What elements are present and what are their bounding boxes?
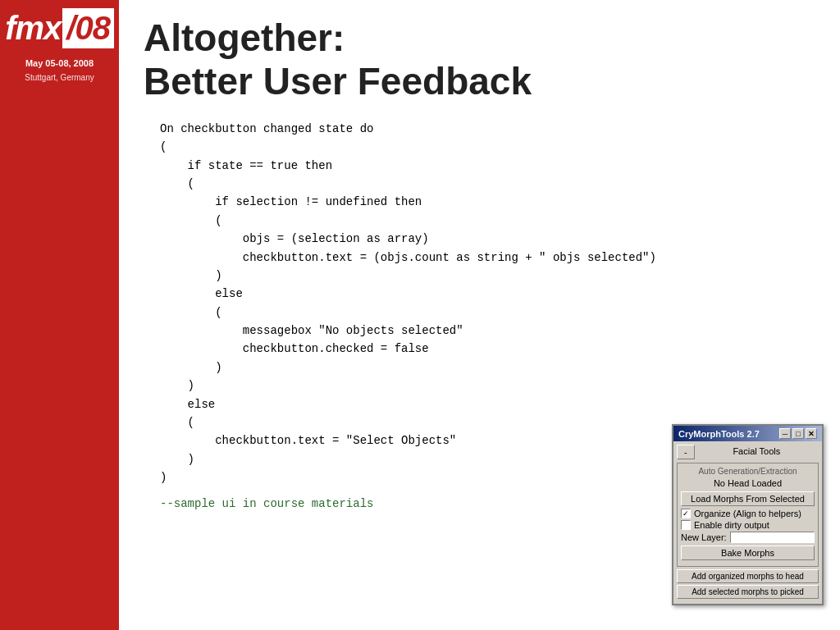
event-date: May 05-08, 2008 — [25, 58, 94, 68]
logo-year-box: /08 — [62, 8, 114, 48]
cry-menu-dash[interactable]: - — [677, 445, 695, 459]
logo-year-text: /08 — [66, 10, 110, 46]
organize-checkbox[interactable]: ✓ — [681, 509, 691, 518]
auto-gen-group: Auto Generation/Extraction No Head Loade… — [677, 463, 819, 567]
cry-morph-window: CryMorphTools 2.7 ─ □ ✕ - Facial Tools A… — [672, 424, 824, 605]
new-layer-input[interactable] — [730, 532, 815, 543]
add-organized-button[interactable]: Add organized morphs to head — [677, 569, 819, 583]
cry-menu-bar: - Facial Tools — [677, 445, 819, 459]
close-button[interactable]: ✕ — [806, 428, 817, 439]
logo-fmx: fmx — [5, 10, 61, 47]
new-layer-row: New Layer: — [681, 532, 815, 543]
dirty-row: Enable dirty output — [681, 520, 815, 530]
organize-label: Organize (Align to helpers) — [694, 509, 801, 518]
dirty-label: Enable dirty output — [694, 520, 769, 530]
main-content: Altogether: Better User Feedback On chec… — [119, 0, 840, 630]
auto-gen-label: Auto Generation/Extraction — [681, 467, 815, 476]
cry-facial-tools-label: Facial Tools — [695, 445, 819, 459]
maximize-button[interactable]: □ — [792, 428, 804, 439]
sidebar: fmx /08 May 05-08, 2008 Stuttgart, Germa… — [0, 0, 119, 630]
load-morphs-button[interactable]: Load Morphs From Selected — [681, 491, 815, 506]
bake-morphs-button[interactable]: Bake Morphs — [681, 546, 815, 560]
cry-window-buttons: ─ □ ✕ — [779, 428, 817, 439]
event-location: Stuttgart, Germany — [25, 73, 94, 82]
logo-area: fmx /08 May 05-08, 2008 Stuttgart, Germa… — [5, 8, 114, 82]
cry-title: CryMorphTools 2.7 — [678, 429, 760, 439]
cry-content: - Facial Tools Auto Generation/Extractio… — [673, 441, 822, 604]
new-layer-label: New Layer: — [681, 532, 727, 542]
page-title: Altogether: Better User Feedback — [144, 16, 815, 103]
organize-row: ✓ Organize (Align to helpers) — [681, 509, 815, 518]
minimize-button[interactable]: ─ — [779, 428, 791, 439]
cry-titlebar: CryMorphTools 2.7 ─ □ ✕ — [673, 426, 822, 441]
no-head-label: No Head Loaded — [681, 478, 815, 488]
dirty-checkbox[interactable] — [681, 520, 691, 530]
add-selected-button[interactable]: Add selected morphs to picked — [677, 585, 819, 599]
